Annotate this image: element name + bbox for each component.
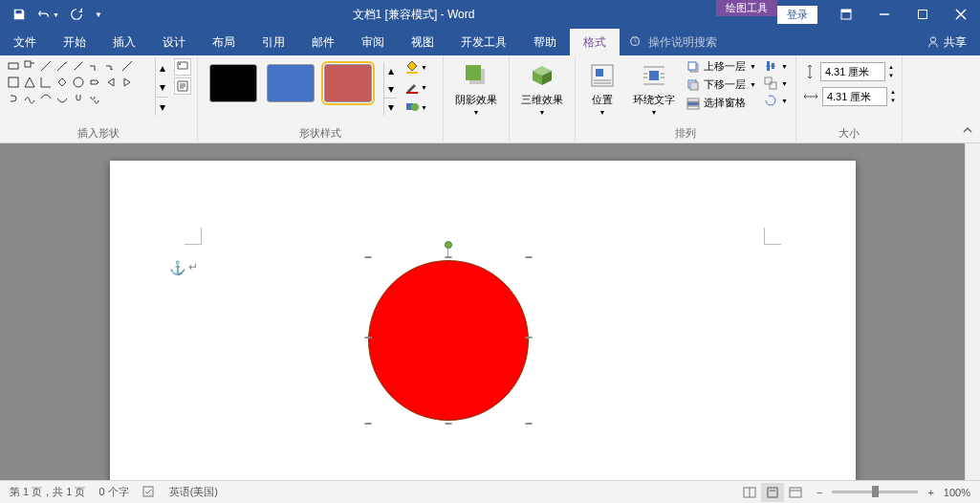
zoom-in-button[interactable]: + [927, 487, 933, 498]
bring-forward-button[interactable]: 上移一层 ▼ [685, 58, 758, 75]
maximize-button[interactable] [904, 0, 942, 29]
spell-check-icon[interactable] [142, 485, 156, 500]
width-input[interactable]: 4.31 厘米 [822, 87, 887, 106]
shape-item[interactable] [71, 75, 86, 90]
tab-insert[interactable]: 插入 [99, 29, 149, 55]
resize-handle[interactable] [525, 337, 533, 339]
tab-layout[interactable]: 布局 [199, 29, 249, 55]
shape-item[interactable] [6, 91, 21, 106]
circle-shape[interactable] [368, 260, 529, 421]
vertical-scrollbar[interactable] [965, 143, 980, 480]
word-count[interactable]: 0 个字 [98, 485, 128, 499]
position-button[interactable]: 位置▼ [581, 58, 623, 118]
shape-item[interactable] [38, 91, 54, 106]
print-layout-button[interactable] [761, 483, 784, 502]
shape-item[interactable] [71, 58, 86, 74]
selection-pane-button[interactable]: 选择窗格 [685, 95, 758, 111]
rotate-button[interactable]: ▼ [762, 93, 790, 108]
tab-file[interactable]: 文件 [0, 29, 50, 55]
gallery-down-button[interactable]: ▾ [156, 77, 168, 97]
3d-effects-button[interactable]: 三维效果▼ [515, 58, 569, 118]
resize-handle[interactable] [525, 423, 533, 425]
change-shape-button[interactable]: ▼ [404, 98, 437, 116]
shape-item[interactable] [71, 91, 86, 106]
edit-shape-button[interactable] [174, 58, 191, 76]
shape-outline-button[interactable]: ▼ [404, 78, 437, 96]
selected-shape[interactable] [368, 260, 529, 421]
minimize-button[interactable] [865, 0, 904, 29]
zoom-level[interactable]: 100% [944, 487, 970, 498]
page-status[interactable]: 第 1 页，共 1 页 [10, 485, 85, 499]
web-layout-button[interactable] [784, 483, 807, 502]
resize-handle[interactable] [364, 337, 372, 339]
shape-item[interactable] [103, 58, 119, 74]
rotation-handle[interactable] [445, 241, 452, 249]
save-button[interactable] [6, 2, 33, 27]
gallery-more-button[interactable]: ▾ [384, 98, 397, 116]
undo-button[interactable]: ▼ [34, 2, 61, 27]
tab-references[interactable]: 引用 [249, 29, 298, 55]
tab-design[interactable]: 设计 [149, 29, 199, 55]
shape-item[interactable] [87, 75, 102, 90]
shape-item[interactable] [22, 58, 37, 74]
gallery-up-button[interactable]: ▴ [156, 58, 168, 77]
shape-item[interactable] [6, 58, 21, 74]
height-up[interactable]: ▲ [888, 63, 894, 72]
shape-item[interactable] [103, 75, 119, 90]
shape-item[interactable] [54, 75, 70, 90]
style-swatch-1[interactable] [209, 64, 257, 102]
style-swatch-3[interactable] [324, 64, 372, 102]
shape-item[interactable] [54, 91, 70, 106]
align-button[interactable]: ▼ [762, 58, 790, 74]
close-button[interactable] [942, 0, 980, 29]
resize-handle[interactable] [364, 256, 372, 258]
wrap-text-button[interactable]: 环绕文字▼ [627, 58, 681, 118]
shape-item[interactable] [22, 75, 37, 90]
zoom-slider[interactable] [832, 491, 918, 493]
share-button[interactable]: 共享 [913, 29, 980, 55]
page[interactable]: ⚓ ↵ [110, 161, 856, 480]
tab-review[interactable]: 审阅 [348, 29, 398, 55]
shape-item[interactable] [120, 58, 135, 74]
shape-fill-button[interactable]: ▼ [404, 58, 437, 76]
shape-item[interactable] [87, 91, 102, 106]
height-input[interactable]: 4.31 厘米 [820, 62, 885, 81]
resize-handle[interactable] [364, 423, 372, 425]
send-backward-button[interactable]: 下移一层 ▼ [685, 77, 758, 93]
gallery-down-button[interactable]: ▾ [384, 80, 397, 98]
tab-format[interactable]: 格式 [570, 29, 620, 55]
width-up[interactable]: ▲ [890, 88, 896, 97]
shape-item[interactable] [120, 75, 135, 90]
height-down[interactable]: ▼ [888, 72, 894, 80]
tab-view[interactable]: 视图 [398, 29, 447, 55]
tab-mailings[interactable]: 邮件 [298, 29, 348, 55]
qat-customize-button[interactable]: ▼ [92, 2, 105, 27]
group-button[interactable]: ▼ [762, 76, 790, 91]
resize-handle[interactable] [525, 256, 533, 258]
resize-handle[interactable] [445, 423, 452, 425]
tab-developer[interactable]: 开发工具 [447, 29, 520, 55]
shape-item[interactable] [6, 75, 21, 90]
shape-item[interactable] [54, 58, 70, 74]
ribbon-options-button[interactable] [827, 0, 865, 29]
width-down[interactable]: ▼ [890, 97, 896, 105]
gallery-up-button[interactable]: ▴ [384, 62, 397, 80]
zoom-out-button[interactable]: − [817, 487, 822, 498]
redo-button[interactable] [63, 2, 90, 27]
tell-me-search[interactable]: 操作说明搜索 [629, 29, 717, 55]
style-swatch-2[interactable] [267, 64, 315, 102]
tab-home[interactable]: 开始 [50, 29, 99, 55]
shadow-effects-button[interactable]: 阴影效果▼ [449, 58, 503, 118]
zoom-thumb[interactable] [872, 486, 879, 497]
shape-item[interactable] [38, 58, 54, 74]
language-status[interactable]: 英语(美国) [169, 485, 218, 499]
shape-item[interactable] [22, 91, 37, 106]
text-box-button[interactable] [174, 77, 191, 95]
resize-handle[interactable] [445, 256, 452, 258]
shapes-gallery[interactable] [6, 58, 135, 106]
gallery-more-button[interactable]: ▾ [156, 97, 168, 116]
shape-item[interactable] [38, 75, 54, 90]
login-button[interactable]: 登录 [777, 6, 817, 24]
shape-item[interactable] [87, 58, 102, 74]
read-mode-button[interactable] [738, 483, 761, 502]
